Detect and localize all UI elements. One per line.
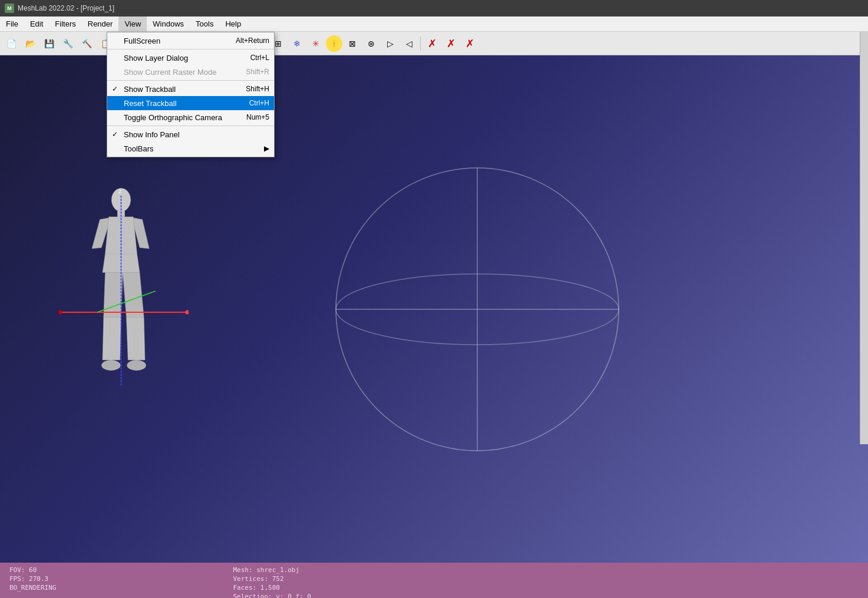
view-dropdown-menu: FullScreen Alt+Return Show Layer Dialog … xyxy=(107,32,275,157)
toolbar-x1[interactable]: ✗ xyxy=(423,35,441,52)
menu-reset-trackball[interactable]: Reset Trackball Ctrl+H xyxy=(107,96,274,110)
reset-trackball-label: Reset Trackball xyxy=(124,99,177,108)
toolbar-info[interactable]: i xyxy=(326,35,342,52)
svg-marker-13 xyxy=(127,318,146,360)
menu-show-info[interactable]: ✓ Show Info Panel xyxy=(107,127,274,141)
menu-show-layer[interactable]: Show Layer Dialog Ctrl+L xyxy=(107,51,274,65)
toolbar-t5[interactable]: ▷ xyxy=(381,35,399,52)
show-info-label: Show Info Panel xyxy=(124,130,180,139)
sep2 xyxy=(107,80,274,81)
fullscreen-label: FullScreen xyxy=(124,37,160,45)
faces-label: Faces: 1,500 xyxy=(233,584,311,592)
show-trackball-label: Show Trackball xyxy=(124,85,176,94)
toolbar-t4[interactable]: ⊛ xyxy=(362,35,380,52)
toolbar-t6[interactable]: ◁ xyxy=(400,35,418,52)
toolbar-save[interactable]: 💾 xyxy=(40,35,58,52)
toolbar-x3[interactable]: ✗ xyxy=(461,35,478,52)
reset-trackball-shortcut: Ctrl+H xyxy=(237,99,269,107)
toolbar-t3[interactable]: ⊠ xyxy=(344,35,361,52)
menu-windows[interactable]: Windows xyxy=(147,16,190,31)
scroll-handle[interactable] xyxy=(860,32,868,444)
app-icon: M xyxy=(5,4,14,13)
menu-tools[interactable]: Tools xyxy=(190,16,219,31)
menu-fullscreen[interactable]: FullScreen Alt+Return xyxy=(107,34,274,48)
toolbar-snowflake[interactable]: ❄ xyxy=(288,35,306,52)
menu-raster-mode: Show Current Raster Mode Shift+R xyxy=(107,65,274,79)
vertices-label: Vertices: 752 xyxy=(233,575,311,583)
menu-render[interactable]: Render xyxy=(82,16,119,31)
show-layer-label: Show Layer Dialog xyxy=(124,54,188,62)
toolbar-asterisk[interactable]: ✳ xyxy=(307,35,325,52)
selection-label: Selection: v: 0 f: 0 xyxy=(233,593,311,598)
svg-point-20 xyxy=(185,310,189,314)
menu-filters[interactable]: Filters xyxy=(49,16,81,31)
toolbar-new[interactable]: 📄 xyxy=(2,35,20,52)
trackball-widget xyxy=(330,162,625,457)
raster-label: Show Current Raster Mode xyxy=(124,68,217,77)
mesh-label: Mesh: shrec_1.obj xyxy=(233,566,311,574)
status-right: Mesh: shrec_1.obj Vertices: 752 Faces: 1… xyxy=(233,566,311,598)
menu-help[interactable]: Help xyxy=(219,16,247,31)
toolbar-btn5[interactable]: 🔨 xyxy=(78,35,95,52)
separator2 xyxy=(420,37,421,51)
svg-marker-12 xyxy=(103,318,121,360)
menu-file[interactable]: File xyxy=(0,16,24,31)
sep3 xyxy=(107,125,274,126)
fps-label: FPS: 270.3 xyxy=(9,575,56,583)
menu-bar: File Edit Filters Render View Windows To… xyxy=(0,16,868,32)
app-title: MeshLab 2022.02 - [Project_1] xyxy=(18,4,114,12)
menu-edit[interactable]: Edit xyxy=(24,16,49,31)
toolbars-label: ToolBars xyxy=(124,144,154,153)
show-trackball-shortcut: Shift+H xyxy=(234,85,269,93)
toggle-ortho-label: Toggle Orthographic Camera xyxy=(124,113,222,122)
fov-label: FOV: 60 xyxy=(9,566,56,574)
svg-point-21 xyxy=(59,310,62,314)
show-layer-shortcut: Ctrl+L xyxy=(239,54,269,62)
menu-toolbars[interactable]: ToolBars ▶ xyxy=(107,141,274,156)
status-bar: FOV: 60 FPS: 270.3 BO_RENDERING Mesh: sh… xyxy=(0,563,868,598)
svg-point-15 xyxy=(127,360,146,371)
svg-text:Z: Z xyxy=(118,189,122,194)
menu-view[interactable]: View xyxy=(118,16,147,31)
title-bar: M MeshLab 2022.02 - [Project_1] xyxy=(0,0,868,16)
menu-toggle-ortho[interactable]: Toggle Orthographic Camera Num+5 xyxy=(107,110,274,124)
rendering-label: BO_RENDERING xyxy=(9,584,56,592)
svg-marker-10 xyxy=(104,273,123,318)
menu-show-trackball[interactable]: ✓ Show Trackball Shift+H xyxy=(107,82,274,96)
svg-marker-11 xyxy=(123,273,144,318)
toolbar-open[interactable]: 📂 xyxy=(21,35,39,52)
raster-shortcut: Shift+R xyxy=(234,68,269,76)
fullscreen-shortcut: Alt+Return xyxy=(224,37,269,45)
toolbars-arrow-icon: ▶ xyxy=(264,144,269,153)
toolbar-btn4[interactable]: 🔧 xyxy=(59,35,77,52)
status-left: FOV: 60 FPS: 270.3 BO_RENDERING xyxy=(9,566,56,592)
3d-model: Z xyxy=(59,185,189,397)
toggle-ortho-shortcut: Num+5 xyxy=(235,113,269,121)
svg-point-14 xyxy=(101,360,120,371)
toolbar-x2[interactable]: ✗ xyxy=(442,35,460,52)
sep1 xyxy=(107,49,274,49)
